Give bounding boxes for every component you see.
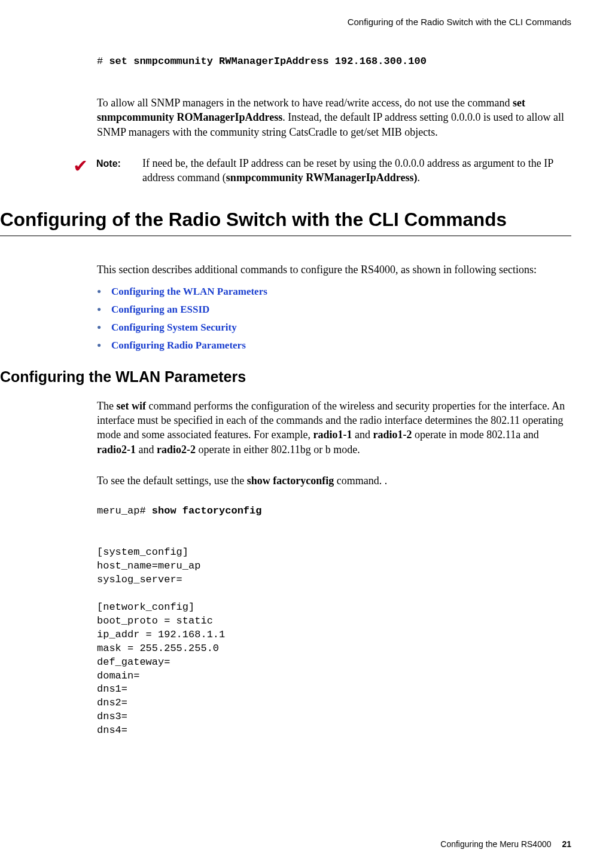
footer-text: Configuring the Meru RS4000: [440, 839, 551, 849]
link-wlan-params[interactable]: Configuring the WLAN Parameters: [111, 286, 267, 297]
note-label: Note:: [96, 158, 121, 169]
command-example-1: # set snmpcommunity RWManagerIpAddress 1…: [97, 56, 571, 67]
section-links-list: Configuring the WLAN Parameters Configur…: [97, 286, 571, 352]
note-callout: ✔ Note: If need be, the default IP addre…: [73, 156, 571, 185]
text: and: [136, 444, 157, 456]
link-system-security[interactable]: Configuring System Security: [111, 322, 237, 333]
text: To see the default settings, use the: [97, 475, 247, 487]
list-item: Configuring System Security: [97, 322, 571, 334]
cli-output-block: meru_ap# show factoryconfig [system_conf…: [97, 505, 571, 738]
list-item: Configuring an ESSID: [97, 304, 571, 316]
note-text: If need be, the default IP address can b…: [142, 156, 571, 185]
list-item: Configuring Radio Parameters: [97, 340, 571, 352]
paragraph-showfactory: To see the default settings, use the sho…: [97, 473, 571, 488]
cli-command: show factoryconfig: [152, 505, 262, 516]
command-text: set snmpcommunity RWManagerIpAddress 192…: [109, 56, 427, 67]
section-heading-cli: Configuring of the Radio Switch with the…: [0, 209, 571, 231]
text: command. .: [334, 475, 387, 487]
prompt: #: [97, 56, 109, 67]
link-radio-params[interactable]: Configuring Radio Parameters: [111, 340, 246, 351]
text: operate in mode 802.11a and: [412, 429, 538, 441]
text: The: [97, 400, 116, 412]
footer-page-number: 21: [562, 839, 571, 849]
link-essid[interactable]: Configuring an ESSID: [111, 304, 209, 315]
bold-text: radio1-1: [313, 429, 352, 441]
running-header: Configuring of the Radio Switch with the…: [0, 17, 571, 27]
subsection-heading-wlan: Configuring the WLAN Parameters: [0, 368, 571, 386]
list-item: Configuring the WLAN Parameters: [97, 286, 571, 298]
checkmark-icon: ✔: [73, 157, 88, 175]
paragraph-snmp: To allow all SNMP managers in the networ…: [97, 96, 571, 139]
bold-text: snmpcommunity RWManagerIpAddress): [226, 172, 418, 184]
bold-text: show factoryconfig: [247, 475, 334, 487]
page-footer: Configuring the Meru RS4000 21: [440, 839, 571, 849]
bold-text: radio1-2: [373, 429, 412, 441]
cli-prompt: meru_ap#: [97, 505, 152, 516]
text: operate in either 802.11bg or b mode.: [196, 444, 360, 456]
bold-text: radio2-1: [97, 444, 136, 456]
bold-text: radio2-2: [157, 444, 196, 456]
text: To allow all SNMP managers in the networ…: [97, 97, 513, 109]
text: .: [417, 172, 420, 184]
heading-rule: [0, 236, 571, 236]
section-intro: This section describes additional comman…: [97, 262, 571, 277]
text: and: [352, 429, 373, 441]
bold-text: set wif: [116, 400, 145, 412]
cli-output: [system_config] host_name=meru_ap syslog…: [97, 546, 225, 736]
paragraph-setwif: The set wif command performs the configu…: [97, 399, 571, 457]
